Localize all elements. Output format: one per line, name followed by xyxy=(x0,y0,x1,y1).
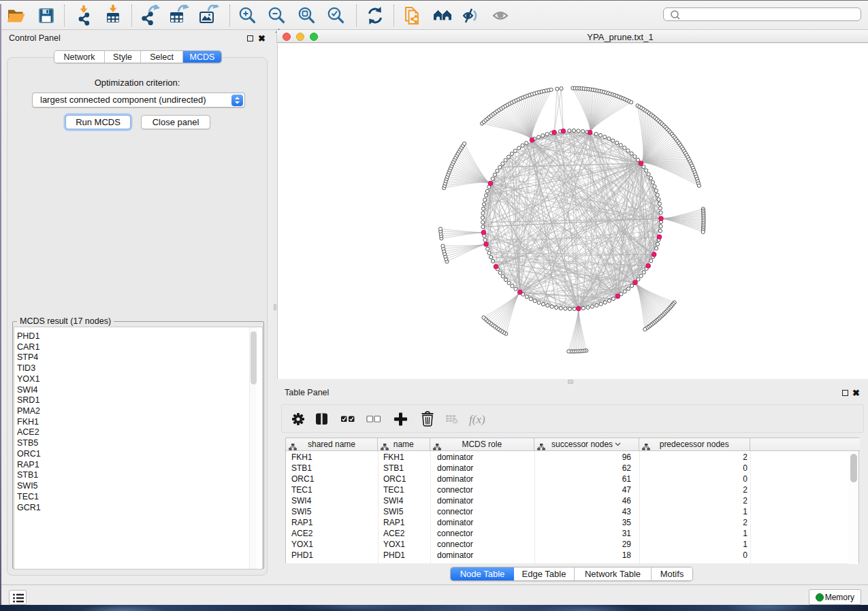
svg-text:f(x): f(x) xyxy=(469,413,485,426)
